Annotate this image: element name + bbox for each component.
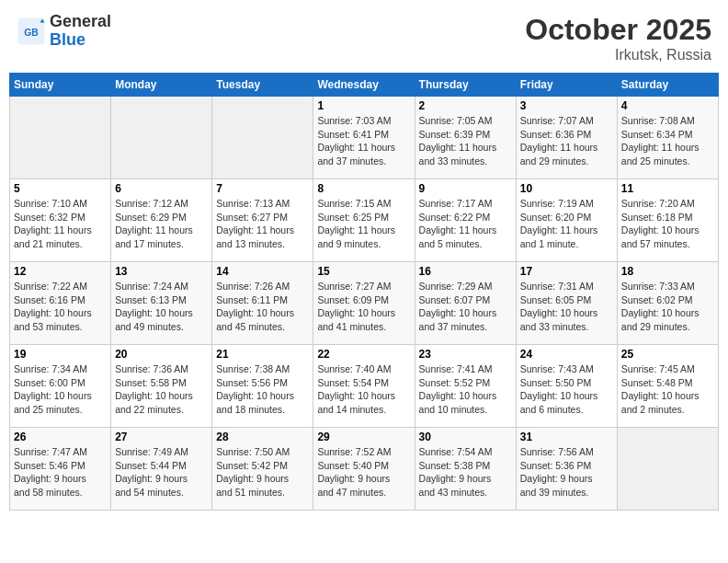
month-title: October 2025 [525, 13, 711, 47]
day-info: Sunrise: 7:10 AMSunset: 6:32 PMDaylight:… [14, 197, 107, 251]
week-row-1: 1Sunrise: 7:03 AMSunset: 6:41 PMDaylight… [10, 97, 719, 179]
day-cell: 5Sunrise: 7:10 AMSunset: 6:32 PMDaylight… [10, 179, 111, 262]
col-header-wednesday: Wednesday [313, 74, 415, 97]
day-number: 24 [520, 348, 613, 361]
day-info: Sunrise: 7:24 AMSunset: 6:13 PMDaylight:… [115, 280, 208, 334]
day-number: 8 [317, 182, 410, 195]
day-number: 2 [419, 99, 512, 112]
week-row-2: 5Sunrise: 7:10 AMSunset: 6:32 PMDaylight… [10, 179, 719, 262]
page-header: GB General Blue October 2025 Irkutsk, Ru… [9, 9, 719, 67]
day-info: Sunrise: 7:40 AMSunset: 5:54 PMDaylight:… [317, 362, 410, 417]
day-cell: 25Sunrise: 7:45 AMSunset: 5:48 PMDayligh… [617, 345, 718, 428]
col-header-thursday: Thursday [415, 74, 516, 97]
day-number: 12 [14, 265, 107, 278]
day-cell [617, 428, 718, 511]
logo: GB General Blue [17, 13, 111, 50]
svg-text:GB: GB [24, 28, 39, 38]
day-cell [10, 97, 111, 179]
day-info: Sunrise: 7:15 AMSunset: 6:25 PMDaylight:… [317, 197, 410, 251]
day-cell: 23Sunrise: 7:41 AMSunset: 5:52 PMDayligh… [415, 345, 516, 428]
day-info: Sunrise: 7:49 AMSunset: 5:44 PMDaylight:… [115, 445, 208, 500]
day-number: 27 [115, 431, 208, 443]
day-number: 5 [14, 182, 107, 195]
day-info: Sunrise: 7:50 AMSunset: 5:42 PMDaylight:… [216, 445, 309, 500]
day-info: Sunrise: 7:36 AMSunset: 5:58 PMDaylight:… [115, 362, 208, 417]
day-cell: 8Sunrise: 7:15 AMSunset: 6:25 PMDaylight… [313, 179, 415, 262]
logo-blue-text: Blue [50, 31, 111, 50]
day-info: Sunrise: 7:17 AMSunset: 6:22 PMDaylight:… [419, 197, 512, 251]
week-row-5: 26Sunrise: 7:47 AMSunset: 5:46 PMDayligh… [10, 428, 719, 511]
day-cell: 22Sunrise: 7:40 AMSunset: 5:54 PMDayligh… [313, 345, 415, 428]
calendar-header: SundayMondayTuesdayWednesdayThursdayFrid… [10, 74, 719, 97]
day-cell: 21Sunrise: 7:38 AMSunset: 5:56 PMDayligh… [212, 345, 313, 428]
day-info: Sunrise: 7:45 AMSunset: 5:48 PMDaylight:… [621, 362, 714, 417]
day-number: 29 [317, 431, 410, 443]
col-header-monday: Monday [111, 74, 212, 97]
day-info: Sunrise: 7:56 AMSunset: 5:36 PMDaylight:… [520, 445, 613, 500]
day-info: Sunrise: 7:47 AMSunset: 5:46 PMDaylight:… [14, 445, 107, 500]
day-info: Sunrise: 7:27 AMSunset: 6:09 PMDaylight:… [317, 280, 410, 334]
day-cell: 19Sunrise: 7:34 AMSunset: 6:00 PMDayligh… [10, 345, 111, 428]
day-cell: 16Sunrise: 7:29 AMSunset: 6:07 PMDayligh… [415, 262, 516, 345]
day-cell: 9Sunrise: 7:17 AMSunset: 6:22 PMDaylight… [415, 179, 516, 262]
day-number: 28 [216, 431, 309, 443]
day-cell: 3Sunrise: 7:07 AMSunset: 6:36 PMDaylight… [516, 97, 617, 179]
day-info: Sunrise: 7:20 AMSunset: 6:18 PMDaylight:… [621, 197, 714, 251]
day-cell: 6Sunrise: 7:12 AMSunset: 6:29 PMDaylight… [111, 179, 212, 262]
day-cell [111, 97, 212, 179]
logo-general: General [50, 13, 111, 31]
day-number: 21 [216, 348, 309, 361]
day-info: Sunrise: 7:41 AMSunset: 5:52 PMDaylight:… [419, 362, 512, 417]
day-info: Sunrise: 7:07 AMSunset: 6:36 PMDaylight:… [520, 114, 613, 168]
day-info: Sunrise: 7:38 AMSunset: 5:56 PMDaylight:… [216, 362, 309, 417]
day-info: Sunrise: 7:52 AMSunset: 5:40 PMDaylight:… [317, 445, 410, 500]
day-info: Sunrise: 7:05 AMSunset: 6:39 PMDaylight:… [419, 114, 512, 168]
location-subtitle: Irkutsk, Russia [525, 47, 711, 63]
day-info: Sunrise: 7:12 AMSunset: 6:29 PMDaylight:… [115, 197, 208, 251]
day-info: Sunrise: 7:19 AMSunset: 6:20 PMDaylight:… [520, 197, 613, 251]
week-row-4: 19Sunrise: 7:34 AMSunset: 6:00 PMDayligh… [10, 345, 719, 428]
day-number: 30 [419, 431, 512, 443]
day-cell: 12Sunrise: 7:22 AMSunset: 6:16 PMDayligh… [10, 262, 111, 345]
title-block: October 2025 Irkutsk, Russia [525, 13, 711, 63]
day-cell: 30Sunrise: 7:54 AMSunset: 5:38 PMDayligh… [415, 428, 516, 511]
day-number: 11 [621, 182, 714, 195]
day-number: 25 [621, 348, 714, 361]
day-info: Sunrise: 7:13 AMSunset: 6:27 PMDaylight:… [216, 197, 309, 251]
day-number: 17 [520, 265, 613, 278]
day-number: 15 [317, 265, 410, 278]
day-info: Sunrise: 7:54 AMSunset: 5:38 PMDaylight:… [419, 445, 512, 500]
col-header-saturday: Saturday [617, 74, 718, 97]
col-header-friday: Friday [516, 74, 617, 97]
day-number: 1 [317, 99, 410, 112]
calendar-body: 1Sunrise: 7:03 AMSunset: 6:41 PMDaylight… [10, 97, 719, 511]
day-number: 18 [621, 265, 714, 278]
calendar-table: SundayMondayTuesdayWednesdayThursdayFrid… [9, 73, 719, 511]
day-info: Sunrise: 7:31 AMSunset: 6:05 PMDaylight:… [520, 280, 613, 334]
day-number: 3 [520, 99, 613, 112]
logo-text: General Blue [50, 13, 111, 50]
day-number: 13 [115, 265, 208, 278]
day-cell: 26Sunrise: 7:47 AMSunset: 5:46 PMDayligh… [10, 428, 111, 511]
day-cell: 20Sunrise: 7:36 AMSunset: 5:58 PMDayligh… [111, 345, 212, 428]
day-cell: 1Sunrise: 7:03 AMSunset: 6:41 PMDaylight… [313, 97, 415, 179]
day-info: Sunrise: 7:26 AMSunset: 6:11 PMDaylight:… [216, 280, 309, 334]
day-number: 4 [621, 99, 714, 112]
day-cell: 18Sunrise: 7:33 AMSunset: 6:02 PMDayligh… [617, 262, 718, 345]
header-row: SundayMondayTuesdayWednesdayThursdayFrid… [10, 74, 719, 97]
day-number: 23 [419, 348, 512, 361]
day-cell: 27Sunrise: 7:49 AMSunset: 5:44 PMDayligh… [111, 428, 212, 511]
day-cell: 14Sunrise: 7:26 AMSunset: 6:11 PMDayligh… [212, 262, 313, 345]
day-number: 19 [14, 348, 107, 361]
day-info: Sunrise: 7:29 AMSunset: 6:07 PMDaylight:… [419, 280, 512, 334]
day-info: Sunrise: 7:03 AMSunset: 6:41 PMDaylight:… [317, 114, 410, 168]
day-cell: 15Sunrise: 7:27 AMSunset: 6:09 PMDayligh… [313, 262, 415, 345]
day-info: Sunrise: 7:08 AMSunset: 6:34 PMDaylight:… [621, 114, 714, 168]
day-cell: 4Sunrise: 7:08 AMSunset: 6:34 PMDaylight… [617, 97, 718, 179]
day-number: 7 [216, 182, 309, 195]
day-number: 31 [520, 431, 613, 443]
day-cell: 7Sunrise: 7:13 AMSunset: 6:27 PMDaylight… [212, 179, 313, 262]
day-info: Sunrise: 7:43 AMSunset: 5:50 PMDaylight:… [520, 362, 613, 417]
day-number: 26 [14, 431, 107, 443]
day-cell: 11Sunrise: 7:20 AMSunset: 6:18 PMDayligh… [617, 179, 718, 262]
